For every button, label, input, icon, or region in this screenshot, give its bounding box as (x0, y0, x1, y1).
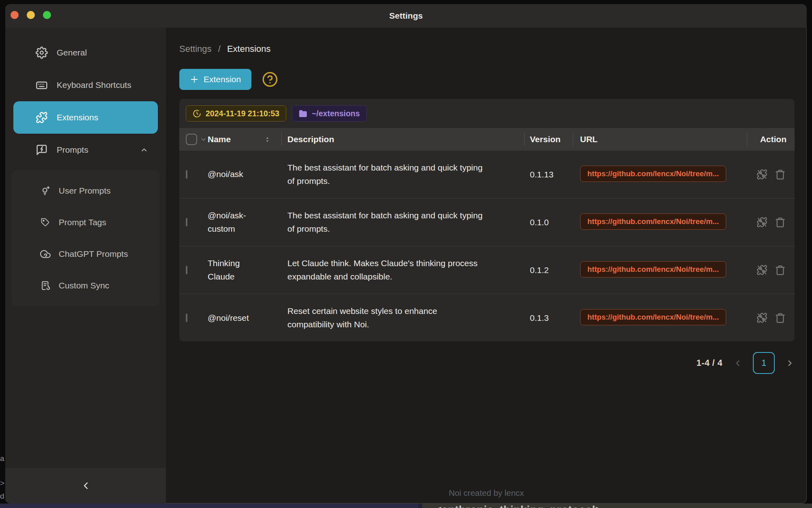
table-row: @noi/ask The best assistant for batch as… (179, 151, 795, 198)
prompt-chat-icon (36, 144, 48, 156)
sidebar-item-label: Keyboard Shortcuts (57, 80, 131, 90)
pagination-range: 1-4 / 4 (697, 358, 723, 368)
column-header-url-label: URL (580, 134, 597, 144)
extension-disable-icon[interactable] (757, 169, 767, 180)
sidebar-item-label: ChatGPT Prompts (59, 249, 128, 259)
main-content: Settings / Extensions Extension (166, 28, 807, 504)
row-checkbox[interactable] (186, 170, 187, 179)
pagination: 1-4 / 4 1 (179, 352, 795, 374)
column-header-description: Description (281, 128, 524, 151)
select-all-checkbox[interactable] (186, 134, 197, 145)
extension-disable-icon[interactable] (757, 265, 767, 275)
chevron-up-icon[interactable] (140, 146, 148, 154)
row-select-cell (179, 267, 208, 274)
chevron-left-icon (733, 359, 742, 368)
column-header-name-label: Name (208, 134, 231, 144)
extension-description: The best assistant for batch asking and … (281, 209, 486, 235)
add-extension-label: Extension (204, 75, 241, 84)
extension-description: The best assistant for batch asking and … (281, 161, 486, 188)
row-select-cell (179, 219, 208, 226)
background-app-strip: <anthropic_thinking_protocol> (0, 504, 812, 508)
row-actions (747, 169, 795, 180)
sidebar-item-label: Custom Sync (59, 281, 109, 290)
extension-name: @noi/ask-custom (208, 209, 268, 235)
timestamp-badge: 2024-11-19 21:10:53 (186, 105, 286, 122)
sidebar-item-label: General (57, 48, 87, 58)
page-number-button[interactable]: 1 (753, 352, 775, 374)
background-text-fragment: d (0, 492, 4, 501)
tag-icon (40, 217, 51, 228)
breadcrumb: Settings / Extensions (179, 44, 807, 54)
gear-icon (36, 47, 48, 59)
window-title: Settings (5, 4, 807, 28)
help-icon[interactable] (262, 71, 278, 88)
prompts-submenu: User Prompts Prompt Tags ChatGPT Prompts… (12, 170, 159, 306)
background-text-fragment: a (0, 454, 4, 463)
delete-icon[interactable] (775, 265, 786, 275)
extension-name: @noi/reset (208, 312, 268, 325)
extension-url-link[interactable]: https://github.com/lencx/Noi/tree/m... (580, 261, 726, 277)
extension-version: 0.1.0 (524, 218, 573, 227)
sidebar-item-label: Extensions (57, 113, 98, 122)
screen: a > d <anthropic_thinking_protocol> Sett… (0, 0, 812, 508)
sidebar-item-extensions[interactable]: Extensions (13, 101, 158, 134)
extension-url-cell: https://github.com/lencx/Noi/tree/m... (573, 213, 747, 231)
sidebar: General Keyboard Shortcuts Extensions Pr… (5, 28, 166, 504)
titlebar: Settings (5, 4, 807, 28)
sidebar-item-general[interactable]: General (13, 36, 158, 69)
chevron-down-icon[interactable] (200, 136, 207, 143)
column-header-url: URL (573, 128, 747, 151)
column-header-name[interactable]: Name (208, 128, 281, 151)
directory-badge[interactable]: ~/extensions (292, 105, 367, 122)
column-header-description-label: Description (287, 134, 334, 144)
breadcrumb-separator: / (218, 44, 221, 54)
extension-description: Let Claude think. Makes Claude's thinkin… (281, 257, 486, 283)
column-header-action: Action (747, 128, 795, 151)
extension-url-cell: https://github.com/lencx/Noi/tree/m... (573, 309, 747, 327)
row-actions (747, 312, 795, 323)
toolbar: Extension (179, 69, 807, 90)
extension-url-link[interactable]: https://github.com/lencx/Noi/tree/m... (580, 309, 726, 325)
breadcrumb-current: Extensions (227, 44, 271, 54)
delete-icon[interactable] (775, 169, 786, 180)
puzzle-icon (36, 111, 48, 124)
extension-disable-icon[interactable] (757, 312, 767, 323)
extension-url-link[interactable]: https://github.com/lencx/Noi/tree/m... (580, 213, 726, 230)
sort-icon[interactable] (264, 136, 271, 143)
row-checkbox[interactable] (186, 314, 187, 322)
delete-icon[interactable] (775, 217, 786, 228)
next-page-button[interactable] (785, 359, 795, 368)
sidebar-item-prompts[interactable]: Prompts (13, 134, 158, 166)
chevron-left-icon (80, 480, 91, 491)
sidebar-item-custom-sync[interactable]: Custom Sync (12, 270, 159, 301)
doc-sync-icon (40, 280, 51, 291)
plus-icon (190, 75, 199, 84)
extension-url-link[interactable]: https://github.com/lencx/Noi/tree/m... (580, 166, 726, 182)
extension-version: 0.1.3 (524, 313, 573, 323)
add-extension-button[interactable]: Extension (179, 69, 251, 90)
row-checkbox[interactable] (186, 266, 187, 274)
sidebar-collapse-button[interactable] (5, 468, 166, 504)
background-app-left (0, 504, 422, 508)
previous-page-button[interactable] (733, 359, 742, 368)
extension-disable-icon[interactable] (757, 217, 767, 228)
keyboard-icon (36, 79, 48, 91)
chevron-right-icon (785, 359, 795, 368)
extensions-card: 2024-11-19 21:10:53 ~/extensions (179, 99, 795, 342)
sidebar-item-label: Prompts (57, 145, 88, 155)
row-actions (747, 217, 795, 228)
sidebar-item-keyboard-shortcuts[interactable]: Keyboard Shortcuts (13, 69, 158, 101)
extension-name: @noi/ask (208, 168, 268, 181)
sidebar-item-chatgpt-prompts[interactable]: ChatGPT Prompts (12, 238, 159, 270)
sidebar-item-user-prompts[interactable]: User Prompts (12, 175, 159, 207)
column-header-action-label: Action (760, 134, 786, 144)
sidebar-item-prompt-tags[interactable]: Prompt Tags (12, 207, 159, 238)
column-header-version-label: Version (530, 134, 561, 144)
table-header: Name Description Version URL (179, 128, 795, 151)
column-header-version: Version (524, 128, 573, 151)
row-checkbox[interactable] (186, 218, 187, 226)
row-select-cell (179, 314, 208, 322)
extension-description: Reset certain website styles to enhance … (281, 305, 486, 331)
delete-icon[interactable] (775, 312, 786, 323)
breadcrumb-parent[interactable]: Settings (179, 44, 212, 54)
